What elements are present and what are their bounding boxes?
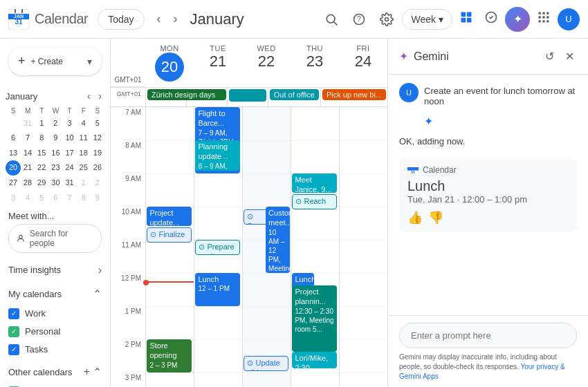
gemini-prompt-input[interactable] [399, 323, 577, 348]
mini-day[interactable]: 12 [91, 131, 104, 145]
time-insights-section[interactable]: Time insights › [0, 258, 110, 279]
mini-day[interactable]: 18 [77, 146, 91, 160]
mini-day[interactable]: 9 [91, 191, 104, 205]
mini-day[interactable]: 4 [77, 116, 91, 131]
cal-item-work[interactable]: ✓ Work [0, 306, 110, 321]
day-header-mon[interactable]: MON 20 [145, 39, 194, 87]
mini-day[interactable]: 7 [62, 191, 76, 205]
apps-button[interactable] [533, 6, 555, 32]
mini-day[interactable]: 21 [21, 160, 35, 176]
customer-meeting-event[interactable]: Customer meet... 10 AM – 12 PM, Meeting … [266, 207, 290, 273]
day-col-thu[interactable]: Meet Janice, 9... ⊙ Reach out to... Lunc… [291, 107, 339, 387]
avatar[interactable]: U [558, 8, 580, 30]
out-of-office-event[interactable]: Out of office [270, 89, 319, 100]
day-header-wed[interactable]: WED 22 [242, 39, 291, 87]
mini-day[interactable]: 19 [91, 146, 104, 160]
mini-day[interactable]: 30 [48, 176, 62, 190]
mini-day[interactable]: 17 [62, 146, 76, 160]
day-header-thu[interactable]: THU 23 [291, 39, 339, 87]
pick-up-event[interactable]: Pick up new bi... [322, 89, 386, 100]
other-calendars-section[interactable]: Other calendars + ⌃ [0, 360, 110, 381]
mini-day[interactable]: 29 [35, 176, 48, 190]
day-col-mon[interactable]: Project update... ⊙ Finalize pres... Sto… [145, 107, 194, 387]
mini-day[interactable]: 3 [62, 116, 76, 131]
mini-day[interactable]: 24 [62, 160, 76, 176]
mini-day[interactable]: 8 [77, 191, 91, 205]
mini-day[interactable]: 8 [35, 131, 48, 145]
store-opening-event[interactable]: Store opening 2 – 3 PM [147, 339, 192, 372]
mini-day[interactable]: 16 [48, 146, 62, 160]
mini-day[interactable]: 9 [48, 131, 62, 145]
mini-day[interactable]: 23 [48, 160, 62, 176]
mini-day[interactable]: 6 [48, 191, 62, 205]
create-button[interactable]: + + Create ▾ [8, 47, 102, 75]
mini-cal-next[interactable]: › [95, 89, 104, 103]
mini-day[interactable]: 25 [77, 160, 91, 176]
personal-checkbox[interactable]: ✓ [8, 326, 19, 337]
week-view-dropdown[interactable]: Week ▾ [402, 9, 452, 30]
mini-day[interactable]: 14 [21, 146, 35, 160]
reach-out-event[interactable]: ⊙ Reach out to... [292, 194, 337, 209]
zurich-design-days-event[interactable]: Zürich design days [147, 89, 226, 100]
mini-day-today[interactable]: 20 [6, 160, 21, 176]
work-checkbox[interactable]: ✓ [8, 308, 19, 319]
planning-update-event[interactable]: Planning update... 8 – 9 AM, Confe... [195, 140, 240, 171]
mini-day[interactable]: 5 [91, 116, 104, 131]
mini-day[interactable]: 11 [77, 131, 91, 145]
meet-janice-event[interactable]: Meet Janice, 9... [292, 173, 337, 193]
mini-day[interactable]: 15 [35, 146, 48, 160]
thumbdown-button[interactable]: 👎 [428, 210, 443, 225]
search-people-input[interactable]: Search for people [8, 224, 102, 253]
mini-day[interactable]: 4 [21, 191, 35, 205]
tasks-view-button[interactable] [480, 6, 502, 32]
day-col-tue[interactable]: Flight to Barce... 7 – 9 AM, Zürich ZRH … [194, 107, 242, 387]
mini-day[interactable]: 26 [91, 160, 104, 176]
gemini-history-button[interactable]: ↺ [542, 47, 557, 66]
today-button[interactable]: Today [98, 9, 144, 30]
cal-item-holidays[interactable]: ✓ Holidays [0, 384, 110, 387]
mini-day[interactable]: 27 [6, 176, 21, 190]
prev-arrow[interactable]: ‹ [151, 8, 167, 30]
mini-day[interactable]: 3 [6, 191, 21, 205]
grid-view-button[interactable] [455, 6, 477, 32]
mini-day[interactable] [6, 116, 21, 131]
mini-cal-prev[interactable]: ‹ [84, 89, 93, 103]
project-planning-event[interactable]: Project plannin... 12:30 – 2:30 PM, Meet… [292, 285, 337, 352]
day-header-tue[interactable]: TUE 21 [194, 39, 242, 87]
update-slide-event[interactable]: ⊙ Update slide [244, 356, 288, 371]
prepare-work-event[interactable]: ⊙ Prepare work... [195, 240, 240, 255]
cal-item-tasks[interactable]: ✓ Tasks [0, 342, 110, 357]
mini-day[interactable]: 10 [62, 131, 76, 145]
search-button[interactable] [319, 7, 344, 32]
mini-day[interactable]: 5 [35, 191, 48, 205]
project-update-event[interactable]: Project update... [147, 207, 192, 226]
mini-day[interactable]: 13 [6, 146, 21, 160]
mini-day[interactable]: 2 [48, 116, 62, 131]
gemini-button[interactable]: ✦ [505, 7, 530, 32]
day-header-fri[interactable]: FRI 24 [339, 39, 387, 87]
next-arrow[interactable]: › [168, 8, 183, 30]
wed-allday-marker[interactable] [229, 89, 266, 102]
mini-day[interactable]: 7 [21, 131, 35, 145]
mini-day[interactable]: 31 [21, 116, 35, 131]
settings-button[interactable] [374, 7, 399, 32]
tasks-checkbox[interactable]: ✓ [8, 344, 19, 355]
day-col-wed[interactable]: ⊙ Summarize fi... Customer meet... 10 AM… [242, 107, 291, 387]
lori-mike-event[interactable]: Lori/Mike, 2:30 [292, 352, 337, 368]
mini-day[interactable]: 22 [35, 160, 48, 176]
gemini-close-button[interactable]: ✕ [562, 47, 577, 66]
cal-item-personal[interactable]: ✓ Personal [0, 324, 110, 339]
finalize-pres-event[interactable]: ⊙ Finalize pres... [147, 227, 192, 243]
lunch-event[interactable]: Lunch 12 – 1 PM [195, 273, 240, 306]
mini-day[interactable]: 31 [62, 176, 76, 190]
mini-day[interactable]: 6 [6, 131, 21, 145]
my-calendars-section[interactable]: My calendars ⌃ [0, 282, 110, 303]
mini-day[interactable]: 28 [21, 176, 35, 190]
mini-day[interactable]: 2 [91, 176, 104, 190]
thumbup-button[interactable]: 👍 [407, 210, 423, 225]
help-button[interactable]: ? [347, 7, 371, 32]
add-other-cal-icon[interactable]: + [84, 366, 90, 379]
mini-day[interactable]: 1 [35, 116, 48, 131]
mini-day[interactable]: 1 [77, 176, 91, 190]
day-col-fri[interactable] [339, 107, 387, 387]
